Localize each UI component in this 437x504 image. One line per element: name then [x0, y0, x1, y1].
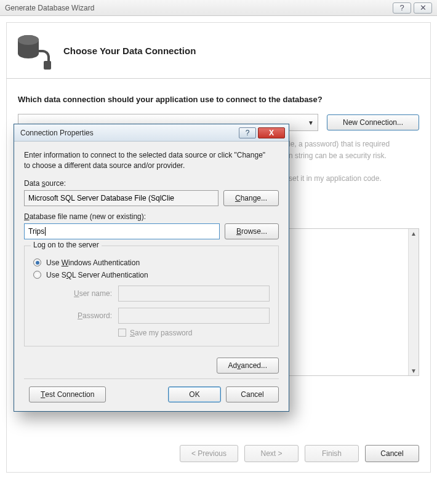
logon-legend: Log on to the server: [31, 241, 102, 249]
browse-button[interactable]: Browse...: [225, 223, 279, 239]
auth-windows-radio[interactable]: Use Windows Authentication: [33, 258, 270, 267]
username-label: User name:: [55, 289, 112, 298]
help-button[interactable]: ?: [393, 2, 411, 14]
data-source-field: Microsoft SQL Server Database File (SqlC…: [24, 190, 218, 206]
ok-button[interactable]: OK: [168, 386, 221, 402]
password-input: [118, 308, 270, 324]
dialog-cancel-button[interactable]: Cancel: [226, 386, 279, 402]
connection-properties-dialog: Connection Properties ? X Enter informat…: [14, 124, 289, 412]
dialog-intro: Enter information to connect to the sele…: [24, 150, 270, 172]
password-label: Password:: [55, 311, 112, 320]
wizard-question: Which data connection should your applic…: [18, 95, 419, 104]
chevron-down-icon: ▼: [308, 119, 314, 126]
test-connection-button[interactable]: Test Connection: [29, 386, 106, 402]
separator: [24, 378, 279, 379]
next-button: Next >: [244, 445, 299, 462]
dialog-titlebar: Connection Properties ? X: [14, 124, 289, 142]
username-input: [118, 286, 270, 302]
scroll-down-icon[interactable]: ▼: [411, 367, 417, 374]
wizard-header-title: Choose Your Data Connection: [63, 46, 196, 56]
wizard-title: Generate Database Wizard: [5, 4, 94, 12]
wizard-header: Choose Your Data Connection: [6, 22, 431, 79]
checkbox-icon: [118, 329, 126, 337]
scrollbar[interactable]: ▲ ▼: [408, 229, 419, 375]
change-button[interactable]: Change...: [223, 190, 279, 206]
auth-sql-radio[interactable]: Use SQL Server Authentication: [33, 271, 270, 279]
previous-button: < Previous: [180, 445, 238, 462]
db-file-input[interactable]: Trips: [24, 223, 220, 239]
new-connection-button[interactable]: New Connection...: [327, 114, 419, 130]
database-icon: [18, 35, 49, 66]
logon-group: Log on to the server Use Windows Authent…: [24, 246, 279, 346]
wizard-titlebar: Generate Database Wizard ? ✕: [0, 0, 437, 16]
data-source-label: Data source:: [24, 179, 279, 188]
wizard-footer: < Previous Next > Finish Cancel: [180, 445, 419, 462]
radio-icon: [33, 271, 41, 279]
dialog-help-button[interactable]: ?: [239, 127, 256, 138]
scroll-up-icon[interactable]: ▲: [411, 230, 417, 237]
wizard-cancel-button[interactable]: Cancel: [365, 445, 419, 462]
dialog-title: Connection Properties: [20, 129, 94, 137]
save-password-checkbox: Save my password: [118, 329, 270, 337]
radio-icon: [33, 258, 41, 266]
background-info-text: le, a password) that is required n strin…: [289, 138, 419, 185]
finish-button: Finish: [305, 445, 359, 462]
advanced-button[interactable]: Advanced...: [217, 358, 279, 374]
dialog-close-button[interactable]: X: [258, 127, 285, 138]
close-button[interactable]: ✕: [414, 2, 432, 14]
db-file-label: Database file name (new or existing):: [24, 212, 279, 221]
